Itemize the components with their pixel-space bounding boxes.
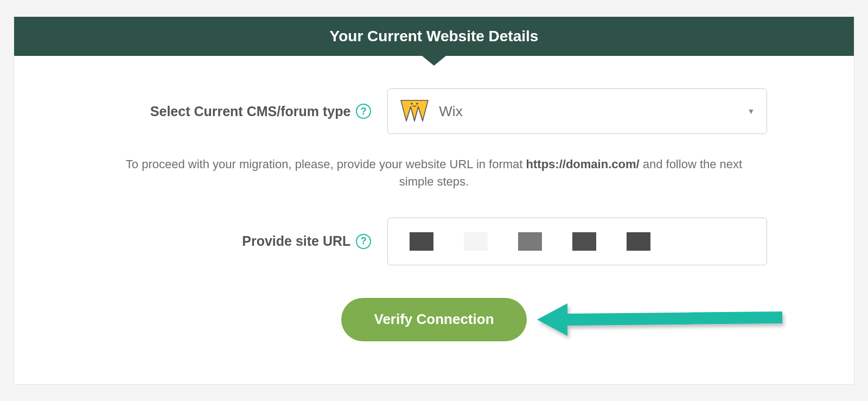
card-header: Your Current Website Details [14,17,854,56]
cms-label: Select Current CMS/forum type [150,104,351,119]
help-icon[interactable]: ? [356,104,371,119]
redacted-block [572,232,596,251]
redacted-block [518,232,542,251]
redacted-block [410,232,433,251]
cms-control-col: Wix ▼ [387,88,821,134]
svg-marker-2 [537,303,782,336]
redacted-block [627,232,650,251]
verify-connection-button[interactable]: Verify Connection [341,298,526,341]
cms-label-col: Select Current CMS/forum type ? [47,104,387,119]
svg-point-0 [411,103,413,104]
cms-select[interactable]: Wix ▼ [387,88,767,134]
url-row: Provide site URL ? [47,218,821,265]
url-label-col: Provide site URL ? [47,233,387,249]
instruction-bold: https://domain.com/ [526,157,640,171]
button-row: Verify Connection [47,298,821,341]
chevron-down-icon: ▼ [747,107,755,116]
url-control-col [387,218,821,265]
website-details-card: Your Current Website Details Select Curr… [14,16,854,385]
instruction-text: To proceed with your migration, please, … [125,156,743,190]
card-title: Your Current Website Details [330,28,539,44]
svg-point-1 [417,103,418,104]
redacted-block [464,232,488,251]
wix-logo-icon [400,98,429,124]
site-url-input[interactable] [387,218,767,265]
cms-selected-value: Wix [439,103,462,120]
instruction-prefix: To proceed with your migration, please, … [126,157,526,171]
url-label: Provide site URL [242,233,350,249]
cms-row: Select Current CMS/forum type ? Wix ▼ [47,88,821,134]
card-body: Select Current CMS/forum type ? Wix ▼ [14,56,854,384]
callout-arrow-icon [537,295,787,344]
help-icon[interactable]: ? [356,234,371,249]
